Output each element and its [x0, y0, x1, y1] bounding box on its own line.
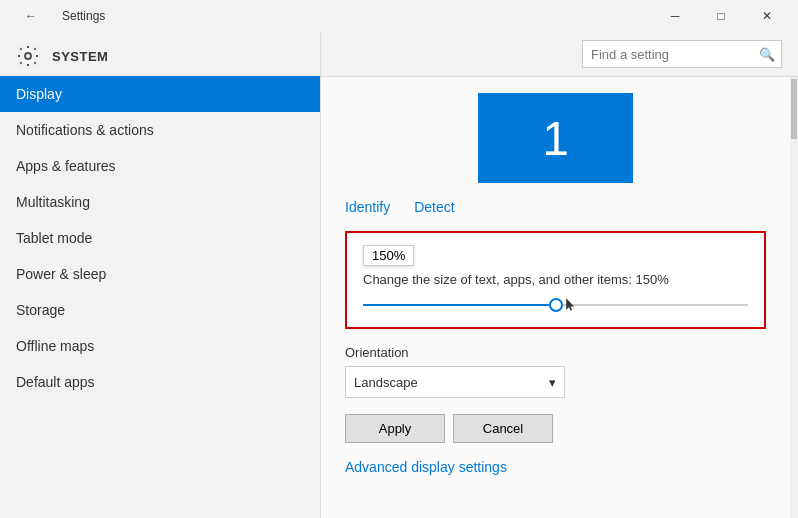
monitor-box: 1	[478, 93, 633, 183]
orientation-label: Orientation	[345, 345, 766, 360]
title-bar-left: ← Settings	[8, 0, 105, 32]
maximize-button[interactable]: □	[698, 0, 744, 32]
search-bar-area: 🔍	[321, 32, 798, 77]
sidebar-nav: Display Notifications & actions Apps & f…	[0, 76, 320, 518]
search-icon: 🔍	[759, 47, 775, 62]
scrollbar-area[interactable]	[790, 77, 798, 518]
orientation-section: Orientation Landscape ▾	[345, 345, 766, 398]
cursor-icon	[564, 297, 576, 313]
scale-section: 150% Change the size of text, apps, and …	[345, 231, 766, 329]
sidebar-item-default-apps[interactable]: Default apps	[0, 364, 320, 400]
gear-icon	[16, 44, 40, 68]
sidebar-item-tablet-mode[interactable]: Tablet mode	[0, 220, 320, 256]
sidebar-item-notifications[interactable]: Notifications & actions	[0, 112, 320, 148]
sidebar: SYSTEM Display Notifications & actions A…	[0, 32, 320, 518]
slider-track-fill	[363, 304, 556, 306]
scale-tooltip: 150%	[363, 245, 414, 266]
orientation-value: Landscape	[354, 375, 418, 390]
search-input[interactable]	[591, 47, 759, 62]
apply-button[interactable]: Apply	[345, 414, 445, 443]
scale-description: Change the size of text, apps, and other…	[363, 272, 748, 287]
minimize-button[interactable]: ─	[652, 0, 698, 32]
sidebar-item-power-sleep[interactable]: Power & sleep	[0, 256, 320, 292]
scrollbar-thumb[interactable]	[791, 79, 797, 139]
sidebar-item-display[interactable]: Display	[0, 76, 320, 112]
sidebar-item-storage[interactable]: Storage	[0, 292, 320, 328]
right-panel: 🔍 1 Identify Detect 150%	[320, 32, 798, 518]
sidebar-header: SYSTEM	[0, 32, 320, 76]
search-box[interactable]: 🔍	[582, 40, 782, 68]
buttons-row: Apply Cancel	[345, 414, 766, 443]
sidebar-item-multitasking[interactable]: Multitasking	[0, 184, 320, 220]
advanced-display-link[interactable]: Advanced display settings	[345, 459, 507, 475]
sidebar-item-apps-features[interactable]: Apps & features	[0, 148, 320, 184]
chevron-down-icon: ▾	[549, 375, 556, 390]
links-row: Identify Detect	[345, 199, 766, 215]
close-button[interactable]: ✕	[744, 0, 790, 32]
title-bar: ← Settings ─ □ ✕	[0, 0, 798, 32]
orientation-dropdown[interactable]: Landscape ▾	[345, 366, 565, 398]
detect-button[interactable]: Detect	[414, 199, 454, 215]
svg-point-0	[25, 53, 31, 59]
identify-button[interactable]: Identify	[345, 199, 390, 215]
back-button[interactable]: ←	[8, 0, 54, 32]
window-title: Settings	[62, 9, 105, 23]
monitor-number: 1	[542, 111, 569, 166]
slider-container[interactable]	[363, 295, 748, 315]
content-area: 1 Identify Detect 150% Change the size o…	[321, 77, 790, 518]
slider-thumb[interactable]	[549, 298, 563, 312]
main-content: SYSTEM Display Notifications & actions A…	[0, 32, 798, 518]
system-title: SYSTEM	[52, 49, 108, 64]
sidebar-item-offline-maps[interactable]: Offline maps	[0, 328, 320, 364]
title-bar-controls: ─ □ ✕	[652, 0, 790, 32]
cancel-button[interactable]: Cancel	[453, 414, 553, 443]
monitor-preview: 1	[345, 93, 766, 183]
